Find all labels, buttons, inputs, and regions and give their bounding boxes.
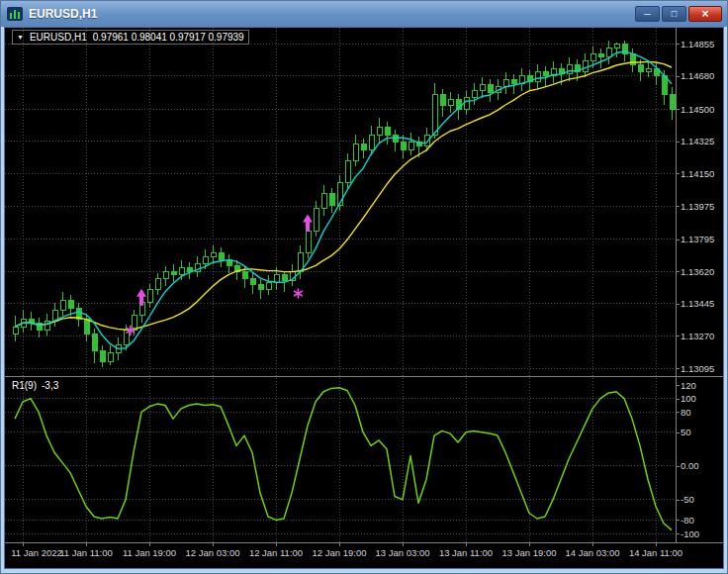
window-title: EURUSD,H1 [29, 7, 633, 21]
symbol-ohlc-label[interactable]: ▼ EURUSD,H1 0.97961 0.98041 0.97917 0.97… [12, 30, 249, 45]
svg-text:-50: -50 [681, 494, 694, 505]
svg-text:1.13975: 1.13975 [681, 201, 714, 212]
svg-text:1.14680: 1.14680 [681, 70, 714, 81]
indicator-label: R1(9) -3,3 [12, 380, 58, 391]
minimize-button[interactable]: ─ [635, 6, 660, 22]
svg-text:13 Jan 11:00: 13 Jan 11:00 [439, 547, 493, 558]
svg-text:-100: -100 [681, 528, 699, 539]
svg-text:13 Jan 03:00: 13 Jan 03:00 [376, 547, 430, 558]
maximize-button[interactable]: □ [662, 6, 686, 22]
symbol-label: EURUSD,H1 [30, 32, 87, 43]
svg-text:12 Jan 03:00: 12 Jan 03:00 [186, 547, 240, 558]
minimize-icon: ─ [644, 10, 650, 19]
svg-text:14 Jan 11:00: 14 Jan 11:00 [629, 547, 682, 558]
indicator-value: -3,3 [42, 380, 58, 391]
svg-text:1.13795: 1.13795 [681, 234, 714, 244]
svg-text:120: 120 [681, 380, 696, 391]
price-chart-canvas[interactable]: 1.148551.146801.145001.143251.141501.139… [5, 28, 723, 568]
svg-text:0.00: 0.00 [681, 460, 699, 471]
chart-icon [7, 7, 23, 21]
svg-text:1.14500: 1.14500 [681, 104, 714, 115]
svg-text:100: 100 [681, 393, 696, 404]
mt4-chart-window: EURUSD,H1 ─ □ × 1.148551.146801.145001.1… [0, 0, 728, 574]
svg-text:1.14150: 1.14150 [681, 168, 714, 179]
svg-text:1.13445: 1.13445 [681, 298, 714, 309]
svg-text:50: 50 [681, 427, 691, 437]
close-icon: × [701, 8, 708, 20]
title-bar[interactable]: EURUSD,H1 ─ □ × [1, 1, 727, 27]
svg-text:1.13270: 1.13270 [681, 331, 714, 341]
svg-text:1.14325: 1.14325 [681, 136, 714, 146]
svg-text:1.13095: 1.13095 [681, 363, 714, 374]
svg-text:80: 80 [681, 407, 691, 418]
indicator-name: R1(9) [12, 380, 37, 391]
svg-text:11 Jan 19:00: 11 Jan 19:00 [123, 547, 176, 558]
svg-text:-80: -80 [681, 515, 694, 526]
svg-text:1.13620: 1.13620 [681, 266, 714, 277]
svg-text:11 Jan 11:00: 11 Jan 11:00 [59, 547, 113, 558]
window-controls: ─ □ × [633, 6, 722, 22]
chart-client-area: 1.148551.146801.145001.143251.141501.139… [4, 27, 724, 569]
svg-text:1.14855: 1.14855 [681, 39, 714, 49]
svg-text:13 Jan 19:00: 13 Jan 19:00 [502, 547, 557, 558]
collapse-triangle-icon: ▼ [17, 34, 24, 41]
svg-text:11 Jan 2022: 11 Jan 2022 [11, 547, 62, 558]
svg-text:14 Jan 03:00: 14 Jan 03:00 [566, 547, 620, 558]
svg-text:12 Jan 11:00: 12 Jan 11:00 [249, 547, 303, 558]
ohlc-values: 0.97961 0.98041 0.97917 0.97939 [93, 32, 244, 43]
svg-text:12 Jan 19:00: 12 Jan 19:00 [313, 547, 367, 558]
maximize-icon: □ [672, 10, 677, 19]
close-button[interactable]: × [688, 6, 722, 22]
